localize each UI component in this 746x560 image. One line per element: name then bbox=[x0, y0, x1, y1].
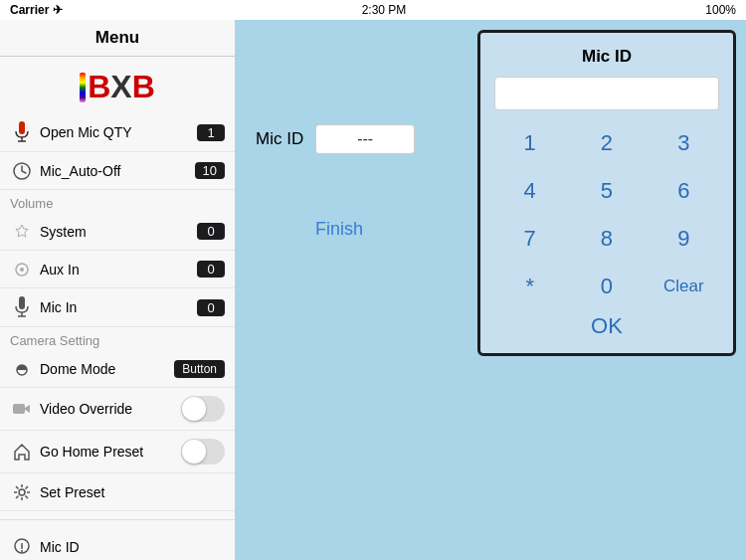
video-override-icon bbox=[10, 399, 34, 419]
numpad-ok-button[interactable]: OK bbox=[591, 313, 623, 339]
mic-auto-off-label: Mic_Auto-Off bbox=[40, 163, 195, 179]
finish-button[interactable]: Finish bbox=[315, 219, 363, 240]
mic-id-field-label: Mic ID bbox=[256, 129, 303, 149]
numpad-4[interactable]: 4 bbox=[494, 170, 565, 212]
sidebar-item-open-mic-qty[interactable]: Open Mic QTY 1 bbox=[0, 113, 235, 152]
numpad-grid: 1 2 3 4 5 6 7 8 9 * 0 Clear bbox=[494, 122, 719, 307]
numpad-3[interactable]: 3 bbox=[649, 122, 719, 164]
mic-icon bbox=[10, 121, 34, 143]
aux-in-icon bbox=[10, 260, 34, 280]
sidebar-item-mic-in[interactable]: Mic In 0 bbox=[0, 288, 235, 327]
dome-mode-icon bbox=[10, 359, 34, 379]
mic-in-label: Mic In bbox=[40, 299, 197, 315]
mic-id-sidebar-icon bbox=[10, 537, 34, 557]
numpad-2[interactable]: 2 bbox=[571, 122, 642, 164]
sidebar-item-mic-auto-off[interactable]: Mic_Auto-Off 10 bbox=[0, 152, 235, 190]
sidebar-item-aux-in[interactable]: Aux In 0 bbox=[0, 251, 235, 288]
toggle-knob-home bbox=[182, 440, 206, 464]
mic-in-badge: 0 bbox=[197, 299, 225, 316]
dome-mode-label: Dome Mode bbox=[40, 361, 174, 377]
mic-id-row: Mic ID --- bbox=[256, 124, 415, 154]
status-bar: Carrier ✈ 2:30 PM 100% bbox=[0, 0, 746, 20]
svg-rect-6 bbox=[19, 296, 25, 309]
numpad-5[interactable]: 5 bbox=[571, 170, 642, 212]
numpad-8[interactable]: 8 bbox=[571, 218, 642, 260]
sidebar-item-mic-id[interactable]: Mic ID bbox=[0, 528, 235, 560]
main-layout: Menu B X B Open Mic QTY 1 Mic_Auto-Off 1 bbox=[0, 20, 746, 560]
go-home-preset-toggle[interactable] bbox=[181, 439, 225, 465]
svg-point-14 bbox=[21, 550, 23, 552]
numpad-display[interactable] bbox=[494, 77, 719, 110]
camera-section-header: Camera Setting bbox=[0, 327, 235, 350]
open-mic-qty-label: Open Mic QTY bbox=[40, 124, 197, 140]
numpad-0[interactable]: 0 bbox=[571, 266, 642, 307]
numpad-clear[interactable]: Clear bbox=[649, 266, 719, 307]
logo-stripe bbox=[80, 73, 86, 102]
svg-point-11 bbox=[19, 489, 25, 495]
volume-section-header: Volume bbox=[0, 190, 235, 213]
system-badge: 0 bbox=[197, 223, 225, 240]
sidebar: Menu B X B Open Mic QTY 1 Mic_Auto-Off 1 bbox=[0, 20, 236, 560]
set-preset-icon bbox=[10, 482, 34, 502]
battery-status: 100% bbox=[705, 3, 736, 17]
numpad-star[interactable]: * bbox=[494, 266, 565, 307]
divider bbox=[0, 519, 235, 520]
sidebar-item-go-home-preset[interactable]: Go Home Preset bbox=[0, 431, 235, 473]
numpad-title: Mic ID bbox=[494, 47, 719, 67]
toggle-knob bbox=[182, 397, 206, 421]
dome-mode-badge: Button bbox=[174, 360, 225, 378]
sidebar-item-video-override[interactable]: Video Override bbox=[0, 388, 235, 431]
numpad-1[interactable]: 1 bbox=[494, 122, 565, 164]
aux-in-badge: 0 bbox=[197, 261, 225, 278]
carrier-status: Carrier ✈ bbox=[10, 3, 63, 17]
svg-rect-10 bbox=[13, 404, 25, 414]
numpad-9[interactable]: 9 bbox=[649, 218, 719, 260]
mic-in-icon bbox=[10, 296, 34, 318]
go-home-preset-label: Go Home Preset bbox=[40, 444, 181, 460]
svg-rect-0 bbox=[19, 121, 25, 134]
brand-logo: B X B bbox=[80, 69, 155, 105]
numpad-ok-row: OK bbox=[494, 313, 719, 339]
auto-off-icon bbox=[10, 161, 34, 181]
video-override-toggle[interactable] bbox=[181, 396, 225, 422]
mic-id-field-value[interactable]: --- bbox=[315, 124, 415, 154]
logo-x: X bbox=[110, 69, 131, 105]
mic-auto-off-badge: 10 bbox=[195, 162, 225, 179]
time-display: 2:30 PM bbox=[362, 3, 407, 17]
open-mic-qty-badge: 1 bbox=[197, 124, 225, 141]
logo-b2: B bbox=[132, 69, 155, 105]
logo-b1: B bbox=[88, 69, 110, 105]
home-preset-icon bbox=[10, 442, 34, 462]
numpad-6[interactable]: 6 bbox=[649, 170, 719, 212]
system-label: System bbox=[40, 224, 197, 240]
aux-in-label: Aux In bbox=[40, 262, 197, 278]
numpad-7[interactable]: 7 bbox=[494, 218, 565, 260]
mic-id-sidebar-label: Mic ID bbox=[40, 539, 225, 555]
sidebar-item-set-preset[interactable]: Set Preset bbox=[0, 473, 235, 511]
system-icon bbox=[10, 222, 34, 242]
set-preset-label: Set Preset bbox=[40, 484, 225, 500]
video-override-label: Video Override bbox=[40, 401, 181, 417]
sidebar-item-system[interactable]: System 0 bbox=[0, 213, 235, 251]
sidebar-item-dome-mode[interactable]: Dome Mode Button bbox=[0, 350, 235, 388]
logo-area: B X B bbox=[0, 57, 235, 113]
content-area: Mic ID --- Finish Mic ID 1 2 3 4 5 6 7 8… bbox=[236, 20, 746, 560]
numpad-modal: Mic ID 1 2 3 4 5 6 7 8 9 * 0 Clear OK bbox=[477, 30, 736, 356]
svg-point-5 bbox=[20, 268, 24, 272]
sidebar-title: Menu bbox=[0, 20, 235, 57]
